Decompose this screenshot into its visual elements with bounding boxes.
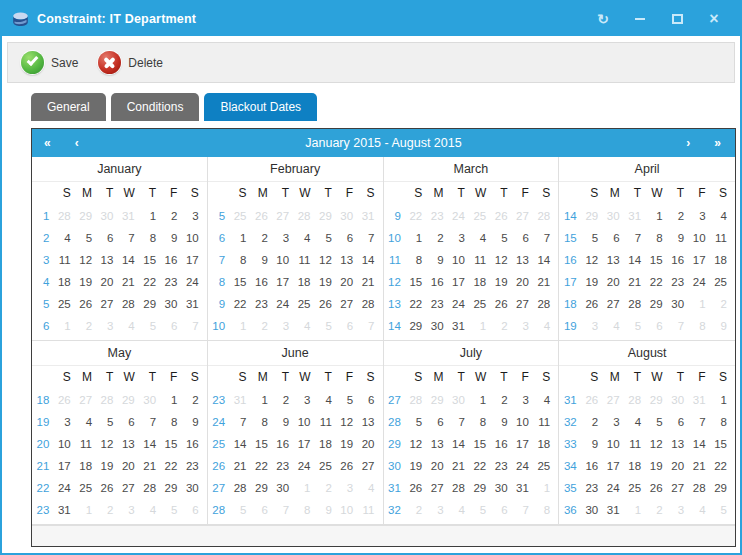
day-cell[interactable]: 12 (337, 411, 358, 433)
day-cell[interactable]: 6 (646, 315, 667, 337)
day-cell[interactable]: 9 (251, 249, 272, 271)
day-cell[interactable]: 21 (625, 271, 646, 293)
day-cell[interactable]: 13 (427, 433, 448, 455)
day-cell[interactable]: 4 (534, 389, 555, 411)
day-cell[interactable]: 28 (534, 293, 555, 315)
day-cell[interactable]: 24 (449, 205, 470, 227)
day-cell[interactable]: 18 (625, 455, 646, 477)
day-cell[interactable]: 14 (689, 433, 710, 455)
day-cell[interactable]: 4 (76, 411, 97, 433)
day-cell[interactable]: 6 (97, 227, 118, 249)
day-cell[interactable]: 5 (711, 499, 732, 521)
day-cell[interactable]: 10 (513, 411, 534, 433)
day-cell[interactable]: 26 (315, 293, 336, 315)
day-cell[interactable]: 29 (582, 205, 603, 227)
day-cell[interactable]: 2 (182, 389, 203, 411)
day-cell[interactable]: 13 (358, 411, 379, 433)
day-cell[interactable]: 22 (470, 455, 491, 477)
day-cell[interactable]: 28 (625, 389, 646, 411)
day-cell[interactable]: 30 (603, 205, 624, 227)
day-cell[interactable]: 6 (513, 227, 534, 249)
day-cell[interactable]: 1 (534, 477, 555, 499)
day-cell[interactable]: 21 (230, 455, 251, 477)
day-cell[interactable]: 28 (140, 477, 161, 499)
day-cell[interactable]: 8 (251, 411, 272, 433)
day-cell[interactable]: 27 (603, 389, 624, 411)
day-cell[interactable]: 9 (491, 411, 512, 433)
day-cell[interactable]: 4 (603, 315, 624, 337)
day-cell[interactable]: 11 (315, 411, 336, 433)
day-cell[interactable]: 20 (97, 271, 118, 293)
day-cell[interactable]: 19 (76, 271, 97, 293)
day-cell[interactable]: 11 (625, 433, 646, 455)
day-cell[interactable]: 2 (711, 293, 732, 315)
fast-next-icon[interactable]: » (714, 129, 721, 157)
day-cell[interactable]: 3 (513, 389, 534, 411)
prev-icon[interactable]: ‹ (75, 129, 79, 157)
day-cell[interactable]: 9 (315, 499, 336, 521)
day-cell[interactable]: 18 (470, 271, 491, 293)
day-cell[interactable]: 20 (337, 271, 358, 293)
day-cell[interactable]: 29 (76, 205, 97, 227)
day-cell[interactable]: 13 (603, 249, 624, 271)
day-cell[interactable]: 25 (470, 205, 491, 227)
day-cell[interactable]: 3 (97, 315, 118, 337)
day-cell[interactable]: 13 (118, 433, 139, 455)
day-cell[interactable]: 10 (273, 249, 294, 271)
next-icon[interactable]: › (686, 129, 690, 157)
day-cell[interactable]: 6 (491, 499, 512, 521)
day-cell[interactable]: 3 (689, 205, 710, 227)
day-cell[interactable]: 28 (358, 293, 379, 315)
day-cell[interactable]: 26 (491, 205, 512, 227)
day-cell[interactable]: 18 (76, 455, 97, 477)
day-cell[interactable]: 22 (646, 271, 667, 293)
tab-general[interactable]: General (31, 93, 106, 121)
day-cell[interactable]: 30 (140, 389, 161, 411)
day-cell[interactable]: 16 (491, 433, 512, 455)
day-cell[interactable]: 12 (406, 433, 427, 455)
day-cell[interactable]: 7 (513, 499, 534, 521)
refresh-icon[interactable]: ↻ (595, 11, 611, 27)
day-cell[interactable]: 30 (97, 205, 118, 227)
day-cell[interactable]: 9 (161, 227, 182, 249)
day-cell[interactable]: 9 (427, 249, 448, 271)
day-cell[interactable]: 1 (406, 227, 427, 249)
day-cell[interactable]: 10 (182, 227, 203, 249)
day-cell[interactable]: 1 (294, 477, 315, 499)
day-cell[interactable]: 24 (513, 455, 534, 477)
day-cell[interactable]: 4 (118, 315, 139, 337)
day-cell[interactable]: 16 (582, 455, 603, 477)
day-cell[interactable]: 23 (182, 455, 203, 477)
day-cell[interactable]: 16 (273, 433, 294, 455)
day-cell[interactable]: 27 (603, 293, 624, 315)
day-cell[interactable]: 20 (513, 271, 534, 293)
day-cell[interactable]: 7 (358, 227, 379, 249)
day-cell[interactable]: 15 (230, 271, 251, 293)
day-cell[interactable]: 10 (449, 249, 470, 271)
day-cell[interactable]: 27 (97, 293, 118, 315)
day-cell[interactable]: 29 (427, 389, 448, 411)
day-cell[interactable]: 17 (603, 455, 624, 477)
day-cell[interactable]: 1 (54, 315, 75, 337)
day-cell[interactable]: 31 (230, 389, 251, 411)
day-cell[interactable]: 25 (534, 455, 555, 477)
day-cell[interactable]: 24 (182, 271, 203, 293)
day-cell[interactable]: 6 (161, 315, 182, 337)
day-cell[interactable]: 4 (54, 227, 75, 249)
day-cell[interactable]: 26 (646, 477, 667, 499)
day-cell[interactable]: 3 (118, 499, 139, 521)
day-cell[interactable]: 17 (294, 433, 315, 455)
day-cell[interactable]: 11 (54, 249, 75, 271)
day-cell[interactable]: 3 (427, 499, 448, 521)
day-cell[interactable]: 27 (76, 389, 97, 411)
day-cell[interactable]: 6 (337, 315, 358, 337)
day-cell[interactable]: 28 (118, 293, 139, 315)
day-cell[interactable]: 2 (251, 315, 272, 337)
day-cell[interactable]: 24 (54, 477, 75, 499)
day-cell[interactable]: 15 (406, 271, 427, 293)
day-cell[interactable]: 10 (54, 433, 75, 455)
day-cell[interactable]: 6 (337, 227, 358, 249)
day-cell[interactable]: 14 (140, 433, 161, 455)
day-cell[interactable]: 8 (161, 411, 182, 433)
day-cell[interactable]: 1 (470, 315, 491, 337)
